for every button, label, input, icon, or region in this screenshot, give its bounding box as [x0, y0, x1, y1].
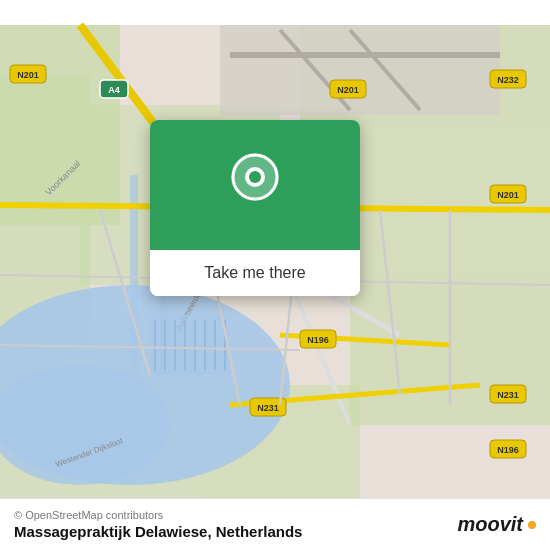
- svg-text:N201: N201: [337, 85, 359, 95]
- svg-text:N231: N231: [257, 403, 279, 413]
- take-me-there-button[interactable]: Take me there: [150, 250, 360, 296]
- svg-text:N201: N201: [497, 190, 519, 200]
- moovit-logo-text: moovit: [457, 513, 523, 536]
- location-pin-icon: [227, 151, 283, 219]
- popup-card: Take me there: [150, 120, 360, 296]
- svg-text:A4: A4: [108, 85, 120, 95]
- svg-text:N196: N196: [307, 335, 329, 345]
- moovit-logo: moovit: [457, 513, 536, 536]
- copyright-text: © OpenStreetMap contributors: [14, 509, 302, 521]
- svg-text:N196: N196: [497, 445, 519, 455]
- map-container: A4 N201 N201 N232 N201 N196 N231 N231 N1…: [0, 0, 550, 550]
- location-name: Massagepraktijk Delawiese, Netherlands: [14, 523, 302, 540]
- svg-text:N201: N201: [17, 70, 39, 80]
- svg-point-66: [249, 171, 261, 183]
- svg-text:N231: N231: [497, 390, 519, 400]
- bottom-info: © OpenStreetMap contributors Massageprak…: [14, 509, 302, 540]
- svg-rect-47: [150, 315, 230, 375]
- bottom-bar: © OpenStreetMap contributors Massageprak…: [0, 498, 550, 550]
- moovit-logo-dot: [528, 521, 536, 529]
- popup-map-preview: [150, 120, 360, 250]
- svg-text:N232: N232: [497, 75, 519, 85]
